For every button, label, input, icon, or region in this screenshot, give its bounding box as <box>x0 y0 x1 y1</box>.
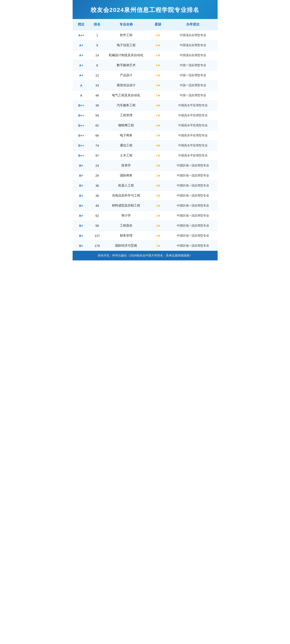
table-row: B+24投资学3★中国区域一流应用型专业 <box>73 160 218 170</box>
table-row: A+8数字媒体艺术5★中国一流应用型专业 <box>73 60 218 70</box>
table-row: A48电气工程及其自动化5★中国一流应用型专业 <box>73 90 218 100</box>
table-row: B++38汽车服务工程4★中国高水平应用型专业 <box>73 100 218 110</box>
col-header-level: 办学层次 <box>168 19 218 30</box>
cell-major: 工程造价 <box>104 221 148 231</box>
cell-level: 中国区域一流应用型专业 <box>168 181 218 191</box>
cell-stars: 5★ <box>148 90 168 100</box>
cell-rank: 97 <box>90 150 104 160</box>
cell-grade: A++ <box>73 30 90 40</box>
cell-grade: B+ <box>73 160 90 170</box>
cell-major: 投资学 <box>104 160 148 170</box>
cell-stars: 3★ <box>148 181 168 191</box>
cell-stars: 3★ <box>148 160 168 170</box>
cell-stars: 5★ <box>148 80 168 90</box>
cell-level: 中国一流应用型专业 <box>168 90 218 100</box>
cell-grade: B++ <box>73 140 90 150</box>
cell-level: 中国顶尖应用型专业 <box>168 30 218 40</box>
cell-rank: 62 <box>90 120 104 130</box>
cell-grade: B++ <box>73 150 90 160</box>
cell-stars: 3★ <box>148 211 168 221</box>
cell-rank: 36 <box>90 181 104 191</box>
table-row: B++74通信工程4★中国高水平应用型专业 <box>73 140 218 150</box>
table-row: B+137财务管理3★中国区域一流应用型专业 <box>73 231 218 241</box>
cell-major: 财务管理 <box>104 231 148 241</box>
cell-level: 中国一流应用型专业 <box>168 80 218 90</box>
cell-grade: A+ <box>73 70 90 80</box>
cell-stars: 3★ <box>148 201 168 211</box>
table-row: B+58工程造价3★中国区域一流应用型专业 <box>73 221 218 231</box>
cell-level: 中国区域一流应用型专业 <box>168 211 218 221</box>
table-container: 档次 排名 专业名称 星级 办学层次 A++1软件工程6★中国顶尖应用型专业A+… <box>73 19 218 251</box>
cell-stars: 5★ <box>148 60 168 70</box>
cell-rank: 74 <box>90 140 104 150</box>
cell-grade: B++ <box>73 130 90 140</box>
cell-level: 中国区域一流应用型专业 <box>168 241 218 251</box>
cell-major: 电气工程及其自动化 <box>104 90 148 100</box>
cell-rank: 12 <box>90 70 104 80</box>
cell-major: 国际经济与贸易 <box>104 241 148 251</box>
cell-stars: 4★ <box>148 120 168 130</box>
col-header-grade: 档次 <box>73 19 90 30</box>
cell-stars: 6★ <box>148 40 168 50</box>
cell-stars: 3★ <box>148 221 168 231</box>
cell-major: 机器人工程 <box>104 181 148 191</box>
cell-major: 产品设计 <box>104 70 148 80</box>
table-row: A33视觉传达设计5★中国一流应用型专业 <box>73 80 218 90</box>
cell-rank: 52 <box>90 211 104 221</box>
cell-stars: 4★ <box>148 140 168 150</box>
cell-level: 中国区域一流应用型专业 <box>168 221 218 231</box>
cell-rank: 24 <box>90 160 104 170</box>
table-row: A+14机械设计制造及其自动化6★中国顶尖应用型专业 <box>73 50 218 60</box>
cell-level: 中国高水平应用型专业 <box>168 130 218 140</box>
cell-rank: 1 <box>90 30 104 40</box>
cell-major: 视觉传达设计 <box>104 80 148 90</box>
cell-major: 国际商务 <box>104 170 148 181</box>
cell-level: 中国高水平应用型专业 <box>168 110 218 120</box>
cell-grade: A+ <box>73 50 90 60</box>
cell-stars: 3★ <box>148 170 168 181</box>
cell-major: 材料成型及控制工程 <box>104 201 148 211</box>
table-row: B++59工程管理4★中国高水平应用型专业 <box>73 110 218 120</box>
cell-rank: 29 <box>90 170 104 181</box>
cell-grade: B++ <box>73 110 90 120</box>
cell-rank: 49 <box>90 201 104 211</box>
table-row: B++66电子商务4★中国高水平应用型专业 <box>73 130 218 140</box>
cell-rank: 59 <box>90 110 104 120</box>
cell-rank: 58 <box>90 221 104 231</box>
cell-major: 电子信息工程 <box>104 40 148 50</box>
cell-major: 软件工程 <box>104 30 148 40</box>
cell-grade: B+ <box>73 211 90 221</box>
cell-level: 中国高水平应用型专业 <box>168 100 218 110</box>
cell-rank: 179 <box>90 241 104 251</box>
table-row: B+49材料成型及控制工程3★中国区域一流应用型专业 <box>73 201 218 211</box>
cell-major: 汽车服务工程 <box>104 100 148 110</box>
footer-text: 排名详见：科学出版社《2024校友会中国大学排名：高考志愿填报指南》 <box>98 254 192 257</box>
table-row: B++97土木工程4★中国高水平应用型专业 <box>73 150 218 160</box>
rankings-table: 档次 排名 专业名称 星级 办学层次 A++1软件工程6★中国顶尖应用型专业A+… <box>73 19 218 251</box>
cell-major: 物联网工程 <box>104 120 148 130</box>
cell-level: 中国一流应用型专业 <box>168 60 218 70</box>
table-row: B+36光电信息科学与工程3★中国区域一流应用型专业 <box>73 191 218 201</box>
cell-major: 数字媒体艺术 <box>104 60 148 70</box>
table-row: B+52审计学3★中国区域一流应用型专业 <box>73 211 218 221</box>
cell-grade: B++ <box>73 100 90 110</box>
col-header-stars: 星级 <box>148 19 168 30</box>
cell-level: 中国高水平应用型专业 <box>168 120 218 130</box>
cell-major: 审计学 <box>104 211 148 221</box>
cell-grade: A <box>73 80 90 90</box>
table-row: A+12产品设计5★中国一流应用型专业 <box>73 70 218 80</box>
cell-rank: 33 <box>90 80 104 90</box>
cell-grade: B++ <box>73 120 90 130</box>
cell-level: 中国顶尖应用型专业 <box>168 40 218 50</box>
cell-major: 土木工程 <box>104 150 148 160</box>
cell-grade: B+ <box>73 170 90 181</box>
cell-stars: 4★ <box>148 100 168 110</box>
cell-rank: 66 <box>90 130 104 140</box>
cell-rank: 36 <box>90 191 104 201</box>
footer: 排名详见：科学出版社《2024校友会中国大学排名：高考志愿填报指南》 <box>73 251 218 260</box>
header: 校友会2024泉州信息工程学院专业排名 <box>73 0 218 19</box>
col-header-rank: 排名 <box>90 19 104 30</box>
cell-major: 工程管理 <box>104 110 148 120</box>
cell-rank: 14 <box>90 50 104 60</box>
cell-stars: 4★ <box>148 150 168 160</box>
